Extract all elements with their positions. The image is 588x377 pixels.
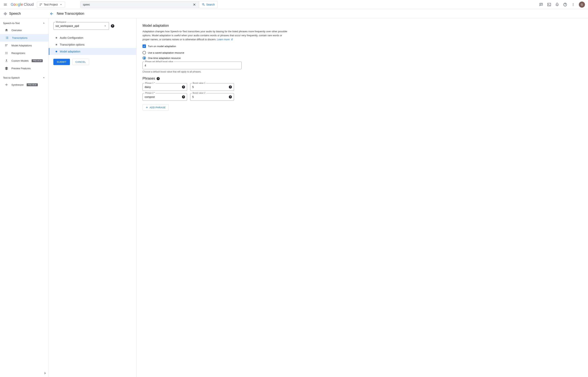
- boost-2-input[interactable]: [192, 95, 229, 98]
- phrases-help-icon[interactable]: ?: [157, 77, 160, 80]
- radio-onetime-resource[interactable]: One-time adaptation resource: [143, 56, 582, 60]
- step-dot-icon: [56, 44, 57, 45]
- phrase-row: Phrase 2 * ? Boost value 2 ?: [143, 93, 234, 101]
- boost-help-icon[interactable]: ?: [229, 85, 232, 89]
- boost-1-field[interactable]: Boost value 1 ?: [190, 83, 234, 91]
- clear-search-icon[interactable]: [192, 2, 197, 7]
- nav-transcriptions[interactable]: Transcriptions: [0, 34, 49, 42]
- logo-cloud-text: Cloud: [24, 2, 34, 7]
- chevron-up-icon: [42, 76, 45, 79]
- radio-saved-resource[interactable]: Use a saved adaptation resource: [143, 51, 582, 54]
- nav-preview-features[interactable]: Preview Features: [0, 64, 49, 72]
- chevron-down-icon: [59, 3, 63, 6]
- section-description: Adaptation changes how Speech-to-Text tr…: [143, 30, 287, 41]
- search-box[interactable]: [80, 1, 199, 8]
- radio-selected-icon[interactable]: [143, 56, 146, 60]
- workspace-value: sst_workspace_ppd: [55, 24, 103, 27]
- tune-icon: [5, 44, 8, 47]
- svg-point-8: [573, 5, 573, 6]
- svg-point-7: [573, 4, 573, 5]
- nav-model-adaptations[interactable]: Model Adaptations: [0, 42, 49, 49]
- nav-synthesize[interactable]: Synthesize PREVIEW: [0, 81, 49, 89]
- checkbox-checked-icon[interactable]: [143, 45, 146, 48]
- more-icon[interactable]: [571, 2, 576, 7]
- step-model-adaptation[interactable]: Model adaptation: [49, 48, 136, 55]
- svg-rect-3: [548, 3, 551, 6]
- workspace-select[interactable]: Workspace sst_workspace_ppd: [53, 22, 109, 30]
- plus-icon: [145, 106, 148, 109]
- boost-1-input[interactable]: [192, 85, 229, 89]
- svg-point-1: [41, 3, 42, 4]
- bell-icon[interactable]: [555, 2, 559, 7]
- boost-help-icon[interactable]: ?: [229, 95, 232, 98]
- boost-helper-text: Choose a default boost value that will a…: [143, 71, 582, 73]
- phrase-1-field[interactable]: Phrase 1 * ?: [143, 83, 187, 91]
- back-arrow-icon[interactable]: [50, 12, 54, 16]
- enable-adaptation-checkbox-row[interactable]: Turn on model adaptation: [143, 45, 582, 48]
- default-boost-field[interactable]: Phrase set default boost value: [143, 62, 242, 69]
- home-icon: [5, 28, 8, 32]
- nav-overview[interactable]: Overview: [0, 26, 49, 34]
- field-label: Phrase set default boost value: [144, 60, 174, 63]
- add-phrase-button[interactable]: ADD PHRASE: [143, 104, 169, 111]
- sidebar: Speech-to-Text Overview Transcriptions M…: [0, 18, 49, 377]
- menu-icon[interactable]: [3, 2, 8, 7]
- phrase-2-field[interactable]: Phrase 2 * ?: [143, 93, 187, 101]
- external-link-icon: [231, 38, 233, 41]
- secondbar: Speech New Transcription: [0, 9, 588, 18]
- search-button[interactable]: Search: [199, 1, 218, 8]
- page-title: New Transcription: [57, 12, 84, 16]
- submit-button[interactable]: SUBMIT: [53, 59, 70, 65]
- nav-section-stt[interactable]: Speech-to-Text: [0, 20, 49, 26]
- search-button-label: Search: [206, 3, 215, 6]
- phrase-help-icon[interactable]: ?: [182, 95, 185, 98]
- svg-point-0: [40, 3, 40, 4]
- terminal-icon[interactable]: [547, 2, 551, 7]
- svg-point-6: [573, 3, 573, 4]
- project-picker[interactable]: Test Project: [37, 1, 65, 8]
- phrase-2-input[interactable]: [145, 95, 182, 98]
- step-transcription-options[interactable]: Transcription options: [53, 41, 132, 48]
- workspace-label: Workspace: [55, 21, 67, 23]
- preview-badge: PREVIEW: [32, 59, 43, 62]
- sidebar-collapse-icon[interactable]: [44, 371, 47, 376]
- svg-point-5: [565, 5, 565, 6]
- default-boost-input[interactable]: [145, 64, 240, 67]
- step-dot-icon: [56, 37, 57, 38]
- phrase-help-icon[interactable]: ?: [182, 85, 185, 89]
- phrase-1-input[interactable]: [145, 85, 182, 89]
- search-input[interactable]: [83, 3, 192, 6]
- svg-point-2: [40, 5, 40, 6]
- upload-icon: [5, 59, 8, 63]
- product-name: Speech: [9, 12, 21, 16]
- project-name: Test Project: [44, 3, 58, 6]
- chevron-down-icon: [103, 24, 107, 28]
- step-dot-icon: [56, 51, 57, 52]
- boost-2-field[interactable]: Boost value 2 ?: [190, 93, 234, 101]
- step-audio-config[interactable]: Audio Configuration: [53, 34, 132, 41]
- content: Model adaptation Adaptation changes how …: [136, 18, 588, 377]
- chat-icon[interactable]: [539, 2, 544, 7]
- topbar: Google Cloud Test Project Search G: [0, 0, 588, 9]
- avatar[interactable]: G: [579, 1, 585, 8]
- layers-icon: [5, 66, 8, 70]
- search-icon: [202, 3, 205, 6]
- checkbox-label: Turn on model adaptation: [148, 45, 176, 48]
- phrases-title: Phrases ?: [143, 77, 582, 81]
- phrase-row: Phrase 1 * ? Boost value 1 ?: [143, 83, 234, 91]
- section-title: Model adaptation: [143, 24, 582, 28]
- help-icon[interactable]: [563, 2, 567, 7]
- radio-unselected-icon[interactable]: [143, 51, 146, 54]
- learn-more-link[interactable]: Learn more: [217, 38, 233, 41]
- grid-icon: [5, 51, 8, 55]
- nav-custom-models[interactable]: Custom Models PREVIEW: [0, 57, 49, 64]
- preview-badge: PREVIEW: [27, 83, 38, 86]
- chevron-up-icon: [42, 21, 45, 25]
- nav-recognizers[interactable]: Recognizers: [0, 49, 49, 57]
- google-cloud-logo[interactable]: Google Cloud: [11, 2, 34, 7]
- stepper-column: Workspace sst_workspace_ppd ? Audio Conf…: [49, 18, 136, 377]
- wave-icon: [5, 83, 8, 87]
- workspace-help-icon[interactable]: ?: [111, 24, 114, 28]
- nav-section-tts[interactable]: Text-to-Speech: [0, 74, 49, 81]
- cancel-button[interactable]: CANCEL: [72, 59, 89, 65]
